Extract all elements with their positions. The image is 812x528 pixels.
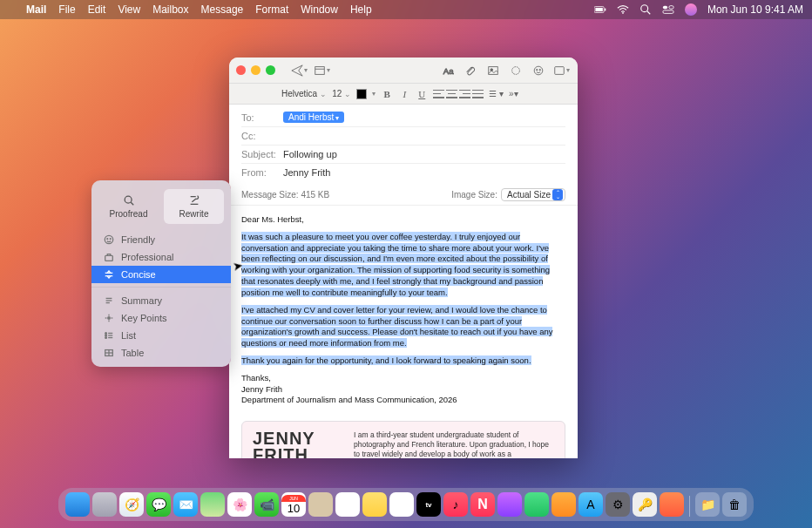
send-button[interactable] [289,61,308,80]
transform-summary[interactable]: Summary [91,292,231,309]
to-row[interactable]: To: Andi Herbst [241,108,565,127]
dock-trash[interactable]: 🗑 [722,492,747,517]
from-field[interactable]: Jenny Frith [283,167,565,178]
menu-view[interactable]: View [118,3,140,16]
battery-icon[interactable] [594,3,606,16]
dock-freeform[interactable] [389,492,414,517]
menu-file[interactable]: File [58,3,75,16]
attach-button[interactable] [461,61,480,80]
menu-help[interactable]: Help [350,3,372,16]
svg-line-20 [131,202,133,205]
align-left[interactable] [433,90,444,98]
image-size-select[interactable]: Actual Size [501,188,565,201]
resume-attachment[interactable]: JENNYFRITH I am a third-year student und… [241,421,565,458]
body-p2: I've attached my CV and cover letter for… [241,305,552,348]
media-button[interactable] [551,61,571,80]
dock-podcasts[interactable] [497,492,522,517]
to-recipient-token[interactable]: Andi Herbst [283,112,344,123]
message-headers: To: Andi Herbst Cc: Subject: Following u… [229,105,578,185]
dock-tv[interactable]: tv [416,492,441,517]
cc-label: Cc: [241,131,283,141]
bold-button[interactable]: B [381,89,393,99]
dock-downloads[interactable]: 📁 [695,492,720,517]
menu-edit[interactable]: Edit [88,3,106,16]
app-name[interactable]: Mail [26,3,46,16]
menu-window[interactable]: Window [301,3,338,16]
writing-tools-button[interactable] [506,61,525,80]
tone-friendly[interactable]: Friendly [91,231,231,248]
body-p1: It was such a pleasure to meet you over … [241,232,550,297]
clock[interactable]: Mon Jun 10 9:41 AM [707,3,803,16]
header-fields-button[interactable] [312,61,331,80]
underline-button[interactable]: U [416,89,428,99]
dock-calendar[interactable]: JUN10 [281,492,306,517]
dock-launchpad[interactable] [92,492,117,517]
minimize-button[interactable] [251,65,261,75]
menu-mailbox[interactable]: Mailbox [152,3,188,16]
dock-pages[interactable] [551,492,576,517]
svg-rect-18 [554,66,564,74]
menu-message[interactable]: Message [201,3,244,16]
dock-contacts[interactable] [308,492,333,517]
svg-point-17 [539,69,540,70]
indent-button[interactable]: »▾ [509,89,518,98]
dock-finder[interactable] [65,492,90,517]
transform-list[interactable]: List [91,327,231,344]
align-center[interactable] [446,90,457,98]
svg-rect-2 [605,9,606,11]
control-center-icon[interactable] [662,3,674,16]
user-avatar[interactable] [685,3,697,16]
list-button[interactable]: ☰ ▾ [489,89,504,98]
dock-facetime[interactable]: 📹 [254,492,279,517]
resume-intro: I am a third-year student undergraduate … [354,430,554,458]
dock-safari[interactable]: 🧭 [119,492,144,517]
emoji-button[interactable] [529,61,548,80]
cc-row[interactable]: Cc: [241,127,565,146]
tone-professional[interactable]: Professional [91,248,231,266]
titlebar: Aa [229,58,578,84]
dock-news[interactable]: N [470,492,495,517]
align-justify[interactable] [472,90,484,98]
magnify-icon [123,194,135,206]
sign-2: Jenny Frith [241,384,565,396]
align-right[interactable] [459,90,470,98]
font-select[interactable]: Helvetica [281,89,327,98]
compose-window: Aa Helvetica 12 ▾ B I U ☰ ▾ »▾ To: Andi … [229,58,578,458]
subject-label: Subject: [241,149,283,159]
dock-passwords[interactable]: 🔑 [633,492,657,517]
message-body[interactable]: Dear Ms. Herbst, It was such a pleasure … [229,206,578,416]
tone-concise[interactable]: Concise [91,266,231,283]
dock-numbers[interactable] [524,492,549,517]
italic-button[interactable]: I [398,89,410,99]
photo-button[interactable] [484,61,503,80]
color-caret[interactable]: ▾ [372,90,376,98]
wifi-icon[interactable] [617,3,629,16]
summary-icon [104,295,114,306]
subject-row[interactable]: Subject: Following up [241,146,565,164]
dock-settings[interactable]: ⚙ [606,492,630,517]
close-button[interactable] [236,65,246,75]
dock-music[interactable]: ♪ [443,492,468,517]
dock-appstore[interactable]: A [579,492,603,517]
transform-table[interactable]: Table [91,344,231,362]
text-color[interactable] [356,89,367,99]
proofread-tab[interactable]: Proofread [98,189,159,224]
dock-messages[interactable]: 💬 [146,492,171,517]
dock-notes[interactable] [362,492,387,517]
transform-keypoints[interactable]: Key Points [91,309,231,327]
from-row[interactable]: From: Jenny Frith [241,164,565,181]
menu-format[interactable]: Format [255,3,288,16]
dock-separator [689,496,690,517]
maximize-button[interactable] [266,65,275,75]
dock-mail[interactable]: ✉️ [173,492,198,517]
subject-field[interactable]: Following up [283,149,565,159]
format-button[interactable]: Aa [438,61,457,80]
rewrite-tab[interactable]: Rewrite [164,189,224,224]
list-icon [104,330,114,341]
dock-reminders[interactable] [335,492,360,517]
font-size-select[interactable]: 12 [332,89,351,98]
dock-shortcuts[interactable] [660,492,684,517]
dock-maps[interactable] [200,492,225,517]
dock-photos[interactable]: 🌸 [227,492,252,517]
search-icon[interactable] [639,3,652,16]
